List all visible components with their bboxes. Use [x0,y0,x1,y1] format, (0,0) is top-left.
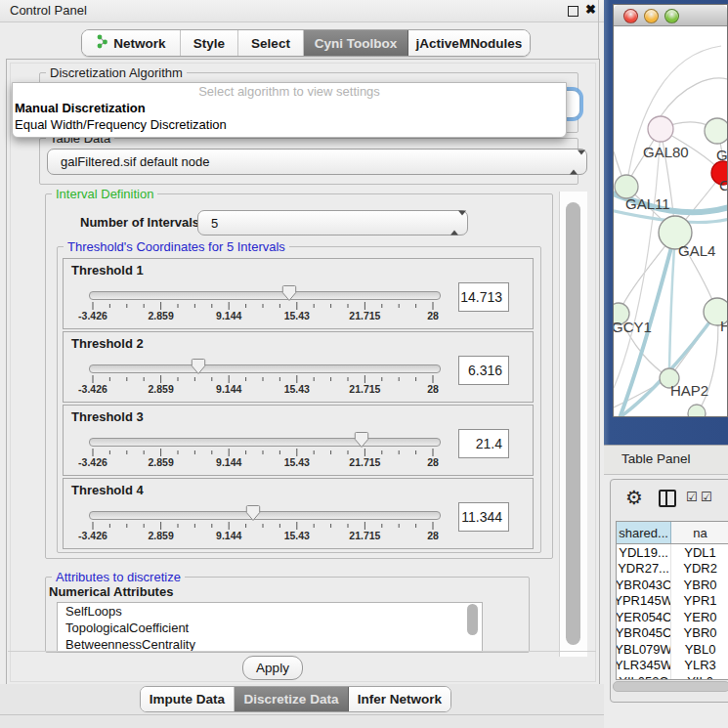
node-label: H [720,318,727,334]
threshold-value-field[interactable]: 11.344 [458,502,509,532]
slider-track[interactable] [89,511,441,520]
network-canvas[interactable]: GAL80GACGAL11GAL4GCY1HHAP2 [614,26,727,416]
table-cell[interactable]: YBR0 [671,625,728,642]
algorithm-hint-item: Select algorithm to view settings [13,83,566,101]
table-cell[interactable]: YER054C [617,609,671,625]
tab-infer-network[interactable]: Infer Network [349,687,450,711]
column-view-icon[interactable] [659,490,676,507]
tab-network[interactable]: Network [82,30,181,56]
table-cell[interactable]: YDL1 [671,544,728,561]
table-cell[interactable]: YPR1 [671,593,728,610]
tab-discretize-data[interactable]: Discretize Data [235,687,349,711]
tab-cyni-toolbox[interactable]: Cyni Toolbox [304,30,408,56]
thresholds-container: Threshold 1-3.4262.8599.14415.4321.71528… [63,258,534,551]
table-cell[interactable]: YIL0 [671,673,728,680]
slider-ticks [89,521,441,533]
threshold-value-field[interactable]: 21.4 [458,429,509,458]
tab-style[interactable]: Style [181,30,238,56]
column-header-name[interactable]: na [671,522,728,543]
close-traffic-light[interactable] [623,9,638,23]
table-cell[interactable]: YBR0 [671,577,728,593]
table-row[interactable]: YIL052CYIL0 [617,673,728,680]
network-node[interactable] [688,405,706,416]
apply-button[interactable]: Apply [242,656,303,680]
node-label: GAL4 [678,242,715,259]
window-title: Control Panel [10,3,87,18]
tick-label: 21.715 [349,383,380,395]
tick-label: 28 [427,530,439,541]
table-cell[interactable]: YLR345W [617,658,671,674]
slider-track[interactable] [89,291,441,300]
table-row[interactable]: YBL079WYBL0 [617,641,728,658]
table-row[interactable]: YBR045CYBR0 [617,625,728,642]
column-header-shared[interactable]: shared... [617,522,671,543]
table-cell[interactable]: YBR043C [617,577,671,593]
numerical-attributes-list: SelfLoopsTopologicalCoefficientBetweenne… [57,602,483,653]
tab-label: Select [251,36,290,51]
algorithm-option-equal-width[interactable]: Equal Width/Frequency Discretization [13,117,566,134]
attribute-list-item[interactable]: SelfLoops [58,603,482,620]
zoom-traffic-light[interactable] [664,9,679,23]
node-label: GA [716,147,727,163]
table-data-combobox[interactable]: galFiltered.sif default node [47,149,587,175]
table-row[interactable]: YBR043CYBR0 [617,577,728,593]
network-node[interactable] [648,116,673,142]
algorithm-option-manual[interactable]: Manual Discretization [13,101,566,117]
checkbox-checked-icon[interactable]: ☑ [701,490,712,504]
tick-label: 9.144 [216,456,241,468]
table-cell[interactable]: YDR27... [617,561,671,578]
table-data-value: galFiltered.sif default node [61,154,209,169]
table-cell[interactable]: YBL0 [671,641,728,658]
network-window-titlebar[interactable] [614,5,727,26]
panel-scrollbar-thumb[interactable] [566,202,580,645]
table-row[interactable]: YDL19...YDL1 [617,544,728,561]
slider-handle[interactable] [245,504,261,522]
table-row[interactable]: YDR27...YDR2 [617,561,728,578]
table-cell[interactable]: YDR2 [671,561,728,578]
tab-jactivemnodules[interactable]: jActiveMNodules [408,30,530,56]
slider-track[interactable] [89,438,441,447]
threshold-value-field[interactable]: 6.316 [458,356,509,385]
network-edge[interactable] [614,129,661,388]
number-of-intervals-combobox[interactable]: 5 [197,210,468,236]
tab-impute-data[interactable]: Impute Data [141,687,235,711]
slider-handle[interactable] [191,358,206,375]
table-cell[interactable]: YBR045C [617,625,671,642]
tab-select[interactable]: Select [238,30,304,56]
table-hscrollbar-thumb[interactable] [613,681,728,692]
checkbox-checked-icon[interactable]: ☑ [686,490,698,504]
threshold-value-field[interactable]: 14.713 [458,282,509,312]
tick-label: 28 [427,383,439,395]
table-cell[interactable]: YLR3 [671,658,728,674]
tick-label: 28 [427,310,439,321]
table-cell[interactable]: YER0 [671,609,728,625]
float-window-icon[interactable] [568,6,578,17]
threshold-label: Threshold 2 [71,336,144,351]
table-cell[interactable]: YIL052C [617,673,671,680]
network-node[interactable] [705,118,727,144]
slider-track[interactable] [89,364,441,373]
gear-icon[interactable]: ⚙ [625,486,643,509]
slider-handle[interactable] [281,284,297,302]
table-row[interactable]: YPR145WYPR1 [617,593,728,610]
close-icon[interactable]: ✖ [585,2,596,17]
slider-handle[interactable] [354,431,369,449]
network-edge[interactable] [661,78,727,116]
threshold-label: Threshold 1 [71,263,144,278]
algorithm-dropdown-popup: Select algorithm to view settings Manual… [12,82,567,138]
top-tab-bar: Network Style Select Cyni Toolbox jActiv… [81,29,531,57]
number-of-intervals-label: Number of Intervals [80,215,199,230]
discretization-algorithm-title: Discretization Algorithm [46,65,187,80]
tick-label: 9.144 [216,383,241,395]
table-row[interactable]: YER054CYER0 [617,609,728,625]
tick-label: 15.43 [284,310,310,321]
list-scrollbar-thumb[interactable] [467,604,478,635]
table-cell[interactable]: YDL19... [617,544,671,561]
minimize-traffic-light[interactable] [644,9,659,23]
table-cell[interactable]: YPR145W [617,593,671,610]
attribute-list-item[interactable]: TopologicalCoefficient [58,620,482,636]
table-cell[interactable]: YBL079W [617,641,671,658]
network-edge[interactable] [626,46,721,187]
table-row[interactable]: YLR345WYLR3 [617,658,728,674]
tab-label: Style [193,36,225,51]
